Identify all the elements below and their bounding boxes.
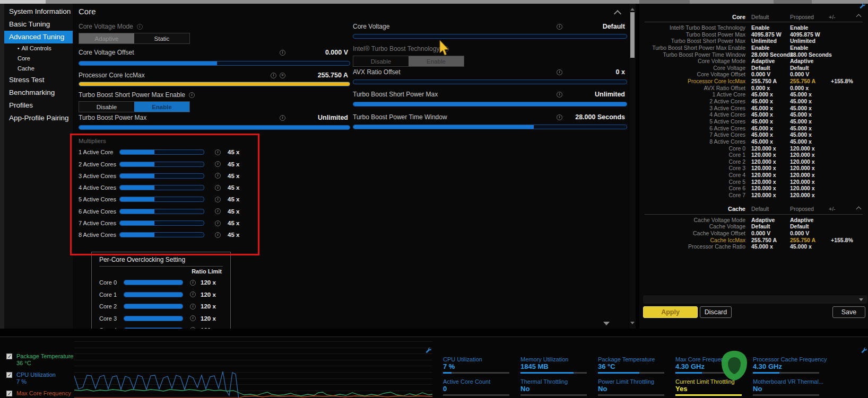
- intel-turbo-boost-technology-toggle: Disable Enable: [353, 56, 464, 67]
- delta-value: [826, 185, 831, 192]
- info-icon[interactable]: [280, 50, 285, 56]
- watermark-logo: [721, 350, 748, 382]
- info-icon[interactable]: [557, 92, 562, 98]
- info-icon[interactable]: [280, 115, 285, 121]
- info-icon[interactable]: [190, 291, 196, 297]
- apply-button[interactable]: Apply: [643, 306, 698, 318]
- proposed-value: 120.000 x: [787, 192, 826, 199]
- turbo-boost-short-power-max-slider[interactable]: [353, 102, 627, 107]
- profile-dropdown[interactable]: [643, 295, 867, 304]
- info-icon[interactable]: [271, 73, 276, 78]
- setting-label: Core Voltage: [639, 65, 749, 72]
- option-enable[interactable]: Enable: [134, 102, 189, 112]
- option-adaptive[interactable]: Adaptive: [79, 33, 134, 43]
- sidebar-item-cache[interactable]: Cache: [4, 64, 73, 74]
- ratio-limit-slider[interactable]: [124, 304, 183, 309]
- proposed-value: 255.750 A: [787, 78, 826, 85]
- per-core-row: Core 0120 x: [99, 279, 230, 286]
- option-disable[interactable]: Disable: [353, 56, 409, 66]
- sidebar-item-core[interactable]: Core: [4, 54, 73, 64]
- delta-value: [826, 223, 831, 230]
- info-icon[interactable]: [557, 69, 562, 75]
- delta-value: [826, 243, 831, 250]
- scrollbar-thumb[interactable]: [630, 12, 635, 58]
- graph-settings-wrench-icon[interactable]: [424, 347, 431, 353]
- slider-fill: [124, 316, 183, 321]
- monitor-legend: Package Temperature36 °CCPU Utilization7…: [6, 353, 73, 398]
- reset-icon[interactable]: [280, 73, 285, 78]
- proposed-value: Default: [787, 223, 826, 230]
- processor-core-iccmax-slider[interactable]: [79, 82, 350, 86]
- ratio-limit-slider[interactable]: [124, 280, 183, 285]
- info-icon[interactable]: [190, 327, 196, 329]
- option-enable[interactable]: Enable: [409, 56, 464, 66]
- scroll-down-icon[interactable]: [630, 322, 635, 326]
- ratio-limit-slider[interactable]: [124, 316, 183, 321]
- save-button[interactable]: Save: [832, 306, 865, 318]
- legend-value: 36 °C: [16, 360, 73, 367]
- collapse-chevron-icon[interactable]: [614, 10, 621, 17]
- sidebar-item-all-controls[interactable]: •All Controls: [4, 43, 73, 54]
- option-disable[interactable]: Disable: [79, 102, 134, 112]
- delta-value: [826, 24, 831, 31]
- legend-label: CPU Utilization: [16, 372, 56, 378]
- ratio-limit-value: 120 x: [201, 279, 216, 286]
- sidebar-item-advanced-tuning[interactable]: Advanced Tuning: [4, 31, 73, 43]
- sidebar-item-system-information[interactable]: System Information: [4, 5, 73, 18]
- info-icon[interactable]: [557, 114, 562, 120]
- core-voltage-offset-slider[interactable]: [79, 61, 350, 66]
- per-core-row: Core 4120 x: [99, 326, 230, 329]
- collapse-chevron-icon[interactable]: [856, 206, 862, 211]
- sidebar-item-label: App-Profile Pairing: [9, 114, 69, 122]
- turbo-boost-short-power-max-enable-toggle: Disable Enable: [79, 101, 190, 112]
- delta-value: [826, 179, 831, 185]
- avx-ratio-offset-slider[interactable]: [353, 79, 627, 84]
- info-icon[interactable]: [190, 304, 196, 309]
- turbo-boost-power-max-slider[interactable]: [79, 125, 350, 130]
- main-scrollbar[interactable]: [629, 4, 636, 329]
- delta-value: [826, 152, 831, 158]
- core-label: Core 1: [99, 291, 124, 298]
- setting-row: Cache Voltage ModeAdaptiveAdaptive: [639, 217, 868, 224]
- tiles-settings-wrench-icon[interactable]: [860, 347, 867, 353]
- delta-value: [826, 158, 831, 165]
- proposed-value: 120.000 x: [787, 179, 826, 185]
- sidebar-item-label: Benchmarking: [9, 89, 55, 96]
- sidebar-item-app-profile-pairing[interactable]: App-Profile Pairing: [4, 112, 73, 125]
- sidebar-item-benchmarking[interactable]: Benchmarking: [4, 86, 73, 99]
- ratio-limit-slider[interactable]: [124, 328, 183, 329]
- ratio-limit-value: 120 x: [201, 303, 216, 309]
- panel-settings-wrench-icon[interactable]: [858, 2, 865, 9]
- info-icon[interactable]: [190, 280, 196, 286]
- ratio-limit-slider[interactable]: [124, 292, 183, 297]
- info-icon[interactable]: [557, 24, 562, 30]
- legend-checkbox[interactable]: [6, 391, 12, 396]
- sidebar-item-basic-tuning[interactable]: Basic Tuning: [4, 18, 73, 31]
- discard-button[interactable]: Discard: [700, 306, 732, 318]
- option-static[interactable]: Static: [134, 33, 189, 43]
- info-icon[interactable]: [137, 24, 143, 30]
- control-label: Turbo Boost Short Power Max: [353, 91, 438, 98]
- divider: [645, 214, 863, 215]
- sidebar-item-stress-test[interactable]: Stress Test: [4, 74, 73, 86]
- scroll-down-icon[interactable]: [603, 322, 610, 329]
- info-icon[interactable]: [190, 315, 196, 321]
- legend-checkbox[interactable]: [6, 353, 12, 359]
- setting-row: Core 7120.000 x120.000 x: [639, 192, 868, 199]
- legend-item: Package Temperature36 °C: [6, 353, 73, 367]
- monitor-tile: Package Temperature36 °C: [598, 356, 675, 378]
- control-value: 255.750 A: [285, 72, 348, 79]
- info-icon[interactable]: [189, 92, 195, 98]
- turbo-boost-power-time-window-slider[interactable]: [353, 125, 627, 129]
- ratio-limit-value: 120 x: [201, 315, 216, 322]
- sidebar-item-profiles[interactable]: Profiles: [4, 99, 73, 112]
- scroll-up-icon[interactable]: [630, 6, 635, 11]
- legend-checkbox[interactable]: [6, 372, 12, 378]
- setting-label: 8 Active Cores: [639, 138, 749, 145]
- proposed-value: 45.000 x: [787, 125, 826, 132]
- setting-label: Cache Voltage Mode: [639, 217, 749, 224]
- collapse-chevron-icon[interactable]: [856, 14, 862, 20]
- control-value: Unlimited: [285, 114, 348, 121]
- core-voltage-slider[interactable]: [353, 34, 627, 39]
- setting-label: 2 Active Cores: [639, 98, 749, 105]
